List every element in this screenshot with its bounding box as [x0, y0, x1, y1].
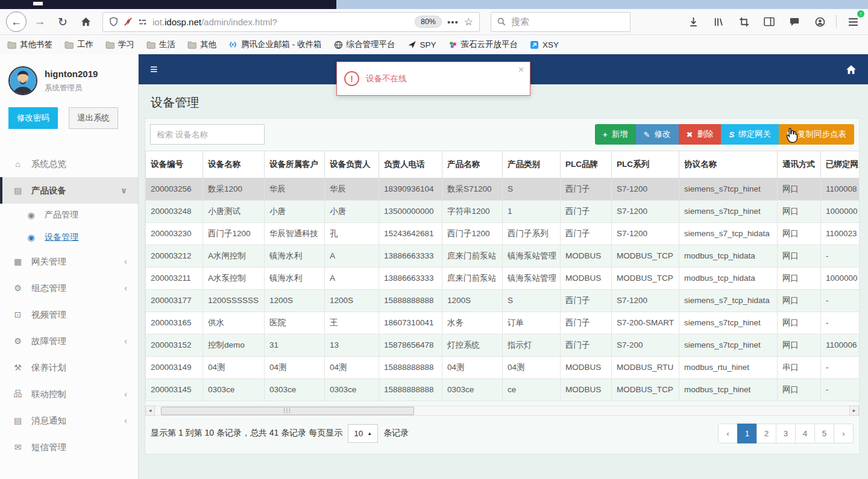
back-icon: ←: [11, 16, 22, 28]
pagination-prev-button[interactable]: ‹: [718, 424, 738, 443]
bookmark-item[interactable]: 综合管理平台: [334, 39, 395, 50]
sidebar-item-网关管理[interactable]: ▦网关管理‹: [0, 248, 138, 275]
scroll-right-arrow[interactable]: ▸: [849, 405, 859, 416]
screenshot-crop-button[interactable]: [735, 13, 753, 31]
navbar-home-button[interactable]: [846, 64, 857, 75]
table-row[interactable]: 2000031771200SSSSSS1200S1200S15888888888…: [146, 289, 860, 312]
scrollbar-thumb[interactable]: |||: [161, 407, 414, 415]
table-cell: 网口: [778, 267, 821, 289]
table-cell: 西门子: [561, 312, 612, 334]
sidebar-item-组态管理[interactable]: ⚙组态管理‹: [0, 275, 138, 301]
bookmark-item[interactable]: 工作: [64, 39, 93, 50]
sidebar-item-系统总览[interactable]: ⌂系统总览: [0, 151, 138, 177]
bookmark-label: XSY: [542, 40, 559, 49]
browser-search-bar[interactable]: 搜索: [491, 12, 631, 32]
bookmark-item[interactable]: 萤石云开放平台: [448, 39, 518, 50]
zoom-level-badge[interactable]: 80%: [415, 16, 442, 28]
table-row[interactable]: 200003212A水闸控制镇海水利A13886663333庶来门前泵站镇海泵站…: [146, 245, 860, 267]
table-cell: 网口: [778, 289, 821, 312]
change-password-button[interactable]: 修改密码: [8, 107, 58, 129]
downloads-button[interactable]: [684, 13, 702, 31]
pagination-page-5[interactable]: 5: [814, 424, 834, 443]
sidebar-item-产品设备[interactable]: ▤产品设备∨: [0, 177, 138, 204]
bookmark-item[interactable]: 生活: [146, 39, 175, 50]
bookmark-item[interactable]: 其他书签: [7, 39, 52, 50]
复制同步点表-button[interactable]: ↻复制同步点表: [779, 124, 854, 145]
home-button[interactable]: [76, 12, 95, 31]
table-cell: 200003230: [146, 222, 203, 245]
sidebar-item-保养计划[interactable]: ⚒保养计划: [0, 354, 138, 381]
table-cell: 15243642681: [379, 222, 442, 245]
table-row[interactable]: 200003230西门子1200华辰智通科技孔15243642681西门子120…: [146, 222, 860, 245]
alert-exclamation-icon: !: [344, 71, 359, 86]
gears-icon: ⚙: [12, 283, 24, 293]
record-info-after: 条记录: [383, 428, 409, 439]
bookmark-item[interactable]: 腾讯企业邮箱 - 收件箱: [228, 39, 322, 50]
url-bar[interactable]: iot.idosp.net/admin/index.html? 80% ••• …: [102, 12, 480, 32]
sidebar-item-设备管理[interactable]: ◉设备管理: [0, 226, 138, 248]
logout-button[interactable]: 退出系统: [69, 107, 118, 129]
scroll-left-arrow[interactable]: ◂: [145, 405, 155, 416]
table-row[interactable]: 200003248小唐测试小唐小唐13500000000字符串12001西门子S…: [146, 200, 860, 222]
新增-button[interactable]: +新增: [595, 124, 636, 145]
table-row[interactable]: 200003211A水泵控制镇海水利A13886663333庶来门前泵站镇海泵站…: [146, 267, 860, 289]
table-row[interactable]: 200003256数采1200华辰华辰18390936104数采S71200S西…: [146, 178, 860, 200]
pagination-page-1[interactable]: 1: [737, 424, 757, 443]
table-cell: 西门子1200: [203, 222, 265, 245]
bookmark-item[interactable]: 其他: [187, 39, 216, 50]
ezviz-icon: [448, 40, 458, 49]
hamburger-icon: [848, 17, 858, 27]
bookmark-star-icon[interactable]: ☆: [464, 16, 473, 28]
device-search-input[interactable]: [150, 124, 265, 145]
sidebars-button[interactable]: [760, 13, 778, 31]
table-row[interactable]: 2000031450303ce0303ce0303ce1588888888803…: [146, 378, 860, 401]
table-cell: 13500000000: [379, 200, 442, 222]
table-cell: 200003152: [146, 334, 203, 356]
reload-icon: ↻: [58, 15, 68, 29]
table-cell: S7-200: [612, 334, 679, 356]
table-cell: 小唐: [325, 200, 379, 222]
绑定网关-button[interactable]: S绑定网关: [721, 124, 779, 145]
删除-button[interactable]: ✖删除: [679, 124, 722, 145]
sidebar-toggle-button[interactable]: ≡: [150, 62, 157, 77]
table-cell: 1100006: [821, 334, 860, 356]
page-size-dropdown[interactable]: 10 ▲: [348, 424, 378, 443]
table-cell: MODBUS: [561, 267, 612, 289]
修改-button[interactable]: ✎修改: [636, 124, 679, 145]
chat-bubble-button[interactable]: [785, 13, 804, 31]
scrollbar-track[interactable]: |||: [155, 405, 849, 416]
pagination-page-4[interactable]: 4: [795, 424, 815, 443]
reload-button[interactable]: ↻: [53, 12, 72, 31]
back-button[interactable]: ←: [6, 11, 27, 32]
bookmark-item[interactable]: SPY: [407, 40, 436, 49]
table-cell: -: [821, 312, 860, 334]
pagination-page-2[interactable]: 2: [756, 424, 776, 443]
sidebar-item-label: 产品设备: [31, 185, 66, 196]
table-cell: 灯控系统: [442, 334, 503, 356]
table-row[interactable]: 20000314904测04测04测1588888888804测04测MODBU…: [146, 356, 860, 378]
bookmark-item[interactable]: 学习: [105, 39, 134, 50]
sidebar-item-故障管理[interactable]: ⚙故障管理‹: [0, 328, 138, 354]
table-row[interactable]: 200003152控制demo311315878656478灯控系统指示灯西门子…: [146, 334, 860, 356]
alert-close-icon[interactable]: ✕: [518, 65, 524, 74]
sidebar-item-label: 故障管理: [31, 336, 66, 347]
sidebar-item-联动控制[interactable]: 品联动控制‹: [0, 381, 138, 407]
sidebar-item-产品管理[interactable]: ◉产品管理: [0, 204, 138, 226]
table-row[interactable]: 200003165供水医院王18607310041水务订单西门子S7-200-S…: [146, 312, 860, 334]
library-button[interactable]: [709, 13, 728, 31]
pagination-next-button[interactable]: ›: [834, 424, 854, 443]
sidebar-item-短信管理[interactable]: ✉短信管理: [0, 434, 138, 460]
table-cell: 华辰: [325, 178, 379, 200]
account-button[interactable]: [811, 13, 829, 31]
table-cell: 镇海泵站管理: [503, 245, 561, 267]
table-cell: 王: [325, 312, 379, 334]
page-actions-button[interactable]: •••: [447, 17, 459, 27]
sidebar-item-视频管理[interactable]: ⊡视频管理: [0, 301, 138, 328]
bookmark-label: 萤石云开放平台: [461, 39, 518, 50]
pagination-page-3[interactable]: 3: [776, 424, 796, 443]
sidebar-item-消息通知[interactable]: ▤消息通知‹: [0, 407, 138, 434]
globe-icon: [334, 40, 343, 49]
app-menu-button[interactable]: ↑: [844, 13, 862, 31]
bookmark-item[interactable]: XSY: [530, 40, 559, 49]
forward-button[interactable]: →: [30, 12, 49, 31]
